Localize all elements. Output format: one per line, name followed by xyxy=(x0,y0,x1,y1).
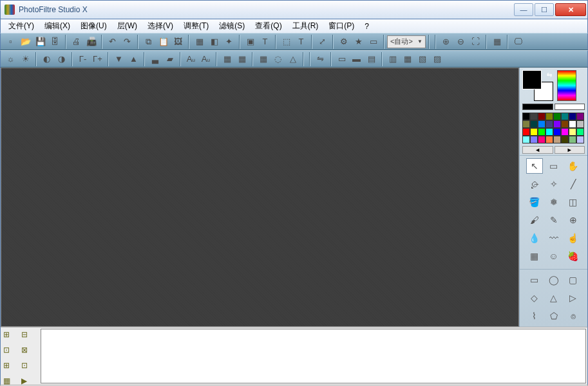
zoomout-button[interactable]: ⊖ xyxy=(453,35,468,49)
swatch[interactable] xyxy=(530,120,538,128)
crop-button[interactable]: ▣ xyxy=(243,35,258,49)
swatch[interactable] xyxy=(522,113,530,120)
hist-button[interactable]: ▃ xyxy=(147,52,162,66)
fx-button[interactable]: ✦ xyxy=(222,35,236,49)
tool-finger[interactable]: ☝ xyxy=(565,230,582,246)
sat+-button[interactable]: ▲ xyxy=(126,52,141,66)
tool-spray[interactable]: ❅ xyxy=(545,194,562,210)
hue-picker[interactable] xyxy=(557,70,576,101)
print-button[interactable]: 🖨 xyxy=(69,35,84,49)
swatch[interactable] xyxy=(522,120,530,128)
shape-diamond[interactable]: ◇ xyxy=(526,290,543,306)
menu-t[interactable]: 调整(T) xyxy=(178,19,214,33)
paste-button[interactable]: 📋 xyxy=(156,35,171,49)
tool-pointer[interactable]: ↖ xyxy=(526,158,543,174)
tool-line[interactable]: ╱ xyxy=(565,176,582,192)
tool-hand[interactable]: ✋ xyxy=(565,158,582,174)
shape-rect[interactable]: ▭ xyxy=(526,272,543,288)
fg-bg-swatch[interactable]: ⇆ xyxy=(522,70,553,101)
auto1-button[interactable]: Aᵤ xyxy=(184,52,198,66)
tool-eraser[interactable]: ◫ xyxy=(565,194,582,210)
swatch[interactable] xyxy=(576,128,584,136)
grad-button[interactable]: ◧ xyxy=(207,35,222,49)
swatch[interactable] xyxy=(561,120,569,128)
swatch[interactable] xyxy=(569,120,576,128)
swatch[interactable] xyxy=(545,113,553,120)
sat--button[interactable]: ▼ xyxy=(111,52,126,66)
tool-wand[interactable]: ✧ xyxy=(545,176,562,192)
seltool-button[interactable]: ⬚ xyxy=(279,35,294,49)
shape-poly[interactable]: ⬠ xyxy=(545,308,562,324)
menu-w[interactable]: 层(W) xyxy=(112,19,142,33)
tool-brush[interactable]: 🖌 xyxy=(526,212,543,228)
undo-button[interactable]: ↶ xyxy=(105,35,120,49)
swatch[interactable] xyxy=(569,113,576,120)
l3-button[interactable]: ▤ xyxy=(364,52,379,66)
layer-btn-2[interactable]: ⊟ xyxy=(21,330,33,342)
star-button[interactable]: ★ xyxy=(351,35,366,49)
swatch[interactable] xyxy=(538,128,545,136)
tool-brush2[interactable]: ✎ xyxy=(545,212,562,228)
plugin-button[interactable]: ⚙ xyxy=(336,35,351,49)
twain-button[interactable]: 📠 xyxy=(84,35,99,49)
grid3-button[interactable]: ▦ xyxy=(256,52,270,66)
grid1-button[interactable]: ▦ xyxy=(220,52,234,66)
grad2-button[interactable]: ▰ xyxy=(162,52,177,66)
screen-button[interactable]: 🖵 xyxy=(511,35,526,49)
swatch[interactable] xyxy=(522,128,530,136)
l7-button[interactable]: ▨ xyxy=(430,52,444,66)
palette-prev[interactable]: ◄ xyxy=(522,146,553,154)
menu-s[interactable]: 滤镜(S) xyxy=(214,19,250,33)
tool-portrait[interactable]: ☺ xyxy=(545,248,562,264)
shape-roundrect[interactable]: ▢ xyxy=(565,272,582,288)
swatch[interactable] xyxy=(561,128,569,136)
l1-button[interactable]: ▭ xyxy=(334,52,349,66)
zoomin-button[interactable]: ⊕ xyxy=(439,35,453,49)
swatch[interactable] xyxy=(545,136,553,143)
swatch[interactable] xyxy=(576,113,584,120)
swatch[interactable] xyxy=(545,128,553,136)
tool-selrect[interactable]: ▭ xyxy=(545,158,562,174)
save-button[interactable]: 💾 xyxy=(33,35,48,49)
swatch[interactable] xyxy=(538,113,545,120)
shape-triangle2[interactable]: ▷ xyxy=(565,290,582,306)
black-swatch[interactable] xyxy=(522,104,553,110)
full-button[interactable]: ▦ xyxy=(489,35,504,49)
menu-[interactable]: ? xyxy=(359,21,374,32)
l6-button[interactable]: ▧ xyxy=(415,52,430,66)
resize-button[interactable]: ⤢ xyxy=(315,35,330,49)
swatch[interactable] xyxy=(561,136,569,143)
white-swatch[interactable] xyxy=(555,104,585,110)
window-button[interactable]: ▭ xyxy=(366,35,381,49)
layer-btn-6[interactable]: ⊡ xyxy=(21,361,33,372)
swatch[interactable] xyxy=(569,136,576,143)
gamma+-button[interactable]: Γ+ xyxy=(90,52,105,66)
tool-clone[interactable]: ⊕ xyxy=(565,212,582,228)
shape-magnet[interactable]: ⌾ xyxy=(565,308,582,324)
shape-lasso[interactable]: ⌇ xyxy=(526,308,543,324)
gamma--button[interactable]: Γ- xyxy=(75,52,90,66)
swatch[interactable] xyxy=(553,113,561,120)
layer-btn-play[interactable]: ▶ xyxy=(21,376,33,386)
swatch[interactable] xyxy=(530,128,538,136)
shape-triangle[interactable]: △ xyxy=(545,290,562,306)
menu-y[interactable]: 文件(Y) xyxy=(3,19,39,33)
swatch[interactable] xyxy=(576,120,584,128)
mirror-button[interactable]: ⇋ xyxy=(313,52,328,66)
swatch[interactable] xyxy=(522,136,530,143)
zoom-combo[interactable]: <自动>▼ xyxy=(387,35,426,48)
swatch[interactable] xyxy=(530,113,538,120)
layer-btn-5[interactable]: ⊞ xyxy=(3,361,15,372)
fg-color[interactable] xyxy=(522,70,542,89)
text2-button[interactable]: T xyxy=(294,35,308,49)
shape-ellipse[interactable]: ◯ xyxy=(545,272,562,288)
new-button[interactable]: ▫ xyxy=(3,35,18,49)
swatch[interactable] xyxy=(538,120,545,128)
swatch[interactable] xyxy=(569,128,576,136)
palette-next[interactable]: ► xyxy=(555,146,585,154)
menu-q[interactable]: 查看(Q) xyxy=(250,19,287,33)
swatch[interactable] xyxy=(538,136,545,143)
minimize-button[interactable]: — xyxy=(514,3,533,16)
swatch[interactable] xyxy=(553,128,561,136)
swatch[interactable] xyxy=(530,136,538,143)
